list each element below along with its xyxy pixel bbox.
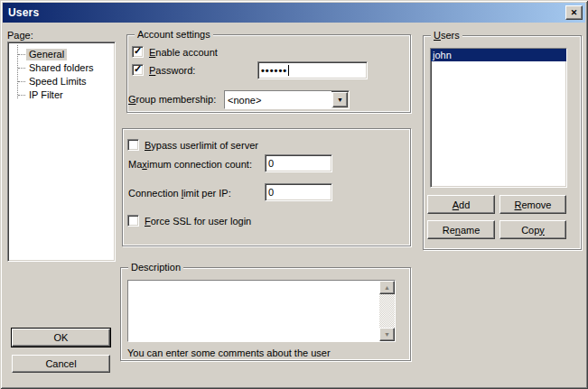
chevron-down-icon: ▼ xyxy=(337,97,343,103)
password-input[interactable]: •••••• xyxy=(257,61,368,79)
close-icon: ✕ xyxy=(571,8,578,17)
tree-item-ip-filter[interactable]: IP Filter xyxy=(8,88,115,102)
check-icon: ✓ xyxy=(134,63,142,75)
account-settings-title: Account settings xyxy=(135,29,213,40)
force-ssl-label: Force SSL for user login xyxy=(145,216,251,227)
remove-button[interactable]: Remove xyxy=(499,195,566,214)
ok-button[interactable]: OK xyxy=(12,329,110,347)
description-text[interactable] xyxy=(128,281,379,341)
close-button[interactable]: ✕ xyxy=(565,5,583,20)
copy-button[interactable]: Copy xyxy=(499,220,566,239)
users-dialog: Users ✕ Page: General Shared folders Spe… xyxy=(0,0,588,389)
password-label: Password: xyxy=(149,65,195,76)
users-group-title: Users xyxy=(431,30,462,41)
dropdown-button[interactable]: ▼ xyxy=(332,92,348,107)
page-label: Page: xyxy=(7,30,33,41)
enable-account-checkbox[interactable]: ✓ Enable account xyxy=(132,46,218,58)
rename-button[interactable]: Rename xyxy=(427,220,495,239)
scroll-up-button[interactable]: ▲ xyxy=(379,281,395,294)
text-caret xyxy=(288,65,289,76)
description-textarea[interactable]: ▲ ▼ xyxy=(127,280,396,342)
checkbox-box: ✓ xyxy=(127,215,139,227)
group-membership-label: Group membership: xyxy=(128,94,216,105)
page-tree: General Shared folders Speed Limits IP F… xyxy=(7,42,116,262)
check-icon: ✓ xyxy=(134,45,142,57)
group-membership-value: <none> xyxy=(225,91,331,108)
vertical-scrollbar[interactable]: ▲ ▼ xyxy=(379,281,395,341)
arrow-up-icon: ▲ xyxy=(384,284,390,291)
force-ssl-checkbox[interactable]: ✓ Force SSL for user login xyxy=(127,215,251,227)
max-connection-count-input[interactable] xyxy=(265,154,332,172)
title-bar[interactable]: Users ✕ xyxy=(3,3,585,23)
tree-item-general[interactable]: General xyxy=(8,48,115,61)
add-button[interactable]: Add xyxy=(427,195,495,214)
arrow-down-icon: ▼ xyxy=(384,331,390,338)
password-checkbox[interactable]: ✓ Password: xyxy=(132,64,195,76)
window-title: Users xyxy=(3,6,39,19)
user-list-item[interactable]: john xyxy=(431,49,566,61)
enable-account-label: Enable account xyxy=(149,47,218,58)
checkbox-box: ✓ xyxy=(132,46,144,58)
max-connection-count-label: Maximum connection count: xyxy=(128,159,252,170)
users-list: john xyxy=(430,48,567,188)
connection-limit-per-ip-input[interactable] xyxy=(265,183,332,201)
description-title: Description xyxy=(128,262,183,273)
tree-item-shared-folders[interactable]: Shared folders xyxy=(8,61,115,75)
checkbox-box: ✓ xyxy=(127,139,139,151)
bypass-userlimit-label: Bypass userlimit of server xyxy=(145,140,258,151)
group-membership-select[interactable]: <none> ▼ xyxy=(224,90,350,109)
description-hint: You can enter some comments about the us… xyxy=(127,347,331,358)
scrollbar-track[interactable] xyxy=(379,294,395,328)
checkbox-box: ✓ xyxy=(132,64,144,76)
password-masked-value: •••••• xyxy=(261,65,287,76)
connection-limit-per-ip-label: Connection limit per IP: xyxy=(128,188,231,199)
tree-item-speed-limits[interactable]: Speed Limits xyxy=(8,75,115,88)
cancel-button[interactable]: Cancel xyxy=(12,355,110,373)
bypass-userlimit-checkbox[interactable]: ✓ Bypass userlimit of server xyxy=(127,139,258,151)
scroll-down-button[interactable]: ▼ xyxy=(379,328,395,341)
